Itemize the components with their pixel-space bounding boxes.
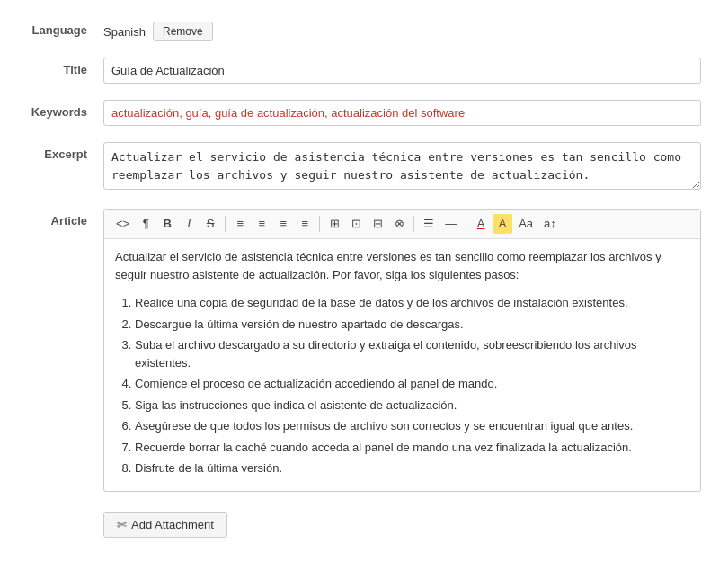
- language-label: Language: [27, 18, 103, 37]
- article-step-item: Descargue la última versión de nuestro a…: [135, 316, 689, 334]
- toolbar-sep2: [319, 216, 320, 232]
- keywords-label: Keywords: [27, 100, 103, 119]
- article-steps-list: Realice una copia de seguridad de la bas…: [135, 294, 689, 477]
- article-row: Article <> ¶ B I S ≡ ≡ ≡ ≡ ⊞ ⊡ ⊟ ⊗ ☰: [27, 209, 701, 492]
- toolbar-indent-left-btn[interactable]: ≡: [273, 214, 293, 234]
- title-input[interactable]: [103, 58, 701, 84]
- article-step-item: Siga las instrucciones que indica el asi…: [135, 397, 689, 415]
- toolbar-bold-btn[interactable]: B: [157, 214, 177, 234]
- title-row: Title: [27, 58, 701, 84]
- toolbar-media-btn[interactable]: ⊡: [346, 214, 366, 234]
- toolbar-paragraph-btn[interactable]: ¶: [136, 214, 155, 234]
- toolbar-font-color-btn[interactable]: A: [471, 214, 491, 234]
- article-step-item: Comience el proceso de actualización acc…: [135, 375, 689, 393]
- toolbar-strike-btn[interactable]: S: [200, 214, 220, 234]
- excerpt-content: [103, 142, 701, 192]
- toolbar-image-btn[interactable]: ⊞: [324, 214, 344, 234]
- article-label: Article: [27, 209, 103, 227]
- article-step-item: Recuerde borrar la caché cuando acceda a…: [135, 439, 689, 457]
- toolbar-sep4: [466, 216, 466, 232]
- article-step-item: Disfrute de la última versión.: [135, 459, 689, 477]
- article-step-item: Realice una copia de seguridad de la bas…: [135, 294, 689, 312]
- toolbar-table-btn[interactable]: ⊟: [368, 214, 387, 234]
- article-step-item: Suba el archivo descargado a su director…: [135, 336, 689, 371]
- attachment-content: ✄ Add Attachment: [103, 508, 701, 538]
- article-step-item: Asegúrese de que todos los permisos de a…: [135, 417, 689, 435]
- keywords-input[interactable]: [103, 100, 701, 126]
- toolbar-ul-btn[interactable]: ≡: [230, 214, 250, 234]
- keywords-row: Keywords: [27, 100, 701, 126]
- toolbar-sep3: [413, 216, 414, 232]
- title-content: [103, 58, 701, 84]
- excerpt-row: Excerpt: [27, 142, 701, 192]
- toolbar-font-size-btn[interactable]: Aa: [514, 214, 537, 234]
- add-attachment-button[interactable]: ✄ Add Attachment: [103, 512, 227, 538]
- editor-toolbar: <> ¶ B I S ≡ ≡ ≡ ≡ ⊞ ⊡ ⊟ ⊗ ☰ — A A: [104, 210, 700, 239]
- article-intro: Actualizar el servicio de asistencia téc…: [115, 248, 689, 286]
- toolbar-code-btn[interactable]: <>: [111, 214, 134, 234]
- toolbar-align-btn[interactable]: ☰: [419, 214, 439, 234]
- toolbar-font-bg-btn[interactable]: A: [493, 214, 512, 234]
- attachment-label: Add Attachment: [131, 518, 214, 531]
- toolbar-indent-right-btn[interactable]: ≡: [295, 214, 315, 234]
- remove-button[interactable]: Remove: [153, 22, 213, 41]
- toolbar-ol-btn[interactable]: ≡: [252, 214, 271, 234]
- toolbar-italic-btn[interactable]: I: [179, 214, 199, 234]
- attachment-row: ✄ Add Attachment: [27, 508, 701, 538]
- attachment-label-spacer: [27, 508, 103, 513]
- article-content: <> ¶ B I S ≡ ≡ ≡ ≡ ⊞ ⊡ ⊟ ⊗ ☰ — A A: [103, 209, 701, 492]
- title-label: Title: [27, 58, 103, 76]
- toolbar-sep1: [225, 216, 226, 232]
- keywords-content: [103, 100, 701, 126]
- excerpt-textarea[interactable]: [103, 142, 701, 190]
- toolbar-line-height-btn[interactable]: a↕: [539, 214, 561, 234]
- excerpt-label: Excerpt: [27, 142, 103, 161]
- toolbar-hr-btn[interactable]: —: [440, 214, 461, 234]
- article-editor: <> ¶ B I S ≡ ≡ ≡ ≡ ⊞ ⊡ ⊟ ⊗ ☰ — A A: [103, 209, 701, 492]
- editor-body[interactable]: Actualizar el servicio de asistencia téc…: [104, 239, 700, 491]
- language-content: Spanish Remove: [103, 18, 701, 41]
- toolbar-link-btn[interactable]: ⊗: [389, 214, 409, 234]
- language-value: Spanish: [103, 25, 146, 39]
- attachment-icon: ✄: [117, 518, 127, 531]
- language-row: Language Spanish Remove: [27, 18, 701, 41]
